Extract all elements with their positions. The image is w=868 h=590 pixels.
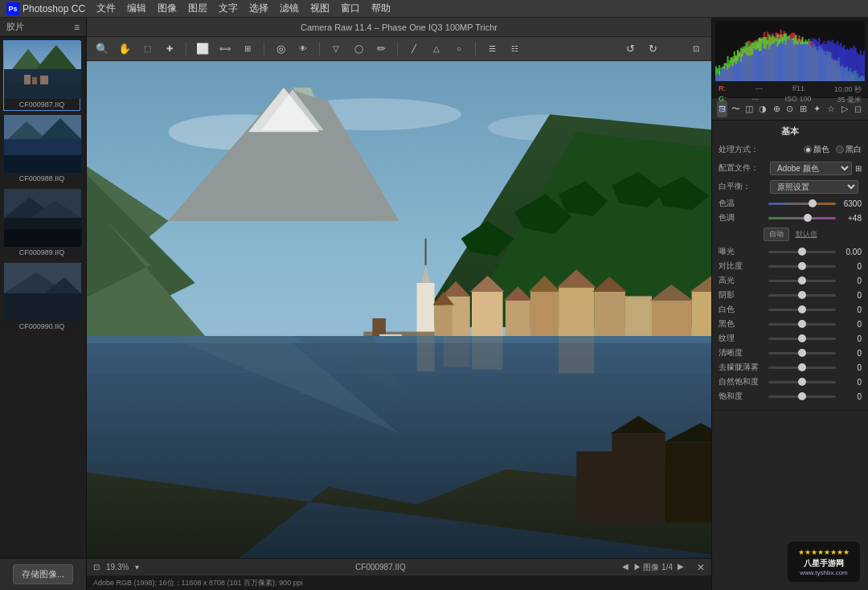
- filmstrip: 胶片 ≡: [0, 18, 87, 590]
- profile-select[interactable]: Adobe 颜色: [770, 162, 852, 175]
- title-bar: Camera Raw 11.4 – Phase One IQ3 100MP Tr…: [87, 18, 711, 37]
- menu-window[interactable]: 窗口: [341, 2, 360, 15]
- film-item-2[interactable]: CF000988.IIQ: [3, 114, 80, 185]
- slider-value-9: 0: [839, 378, 862, 387]
- spot-tool[interactable]: ◎: [272, 40, 289, 58]
- menu-image[interactable]: 图像: [158, 2, 177, 15]
- graduated-tool[interactable]: ▽: [327, 40, 345, 58]
- store-image-button[interactable]: 存储图像...: [13, 564, 73, 584]
- slider-thumb-2[interactable]: [798, 277, 806, 285]
- menu-filter[interactable]: 滤镜: [280, 2, 299, 15]
- slider-thumb-9[interactable]: [798, 378, 806, 386]
- rotate-right[interactable]: ↻: [644, 40, 661, 58]
- prev-image-btn[interactable]: ◀: [622, 562, 628, 573]
- filmstrip-menu-icon[interactable]: ≡: [74, 22, 80, 33]
- tint-label: 色调: [719, 212, 765, 223]
- svg-rect-61: [692, 292, 711, 336]
- film-item-3[interactable]: CF000989.IIQ: [3, 188, 80, 259]
- adjustment-brush[interactable]: ✏: [372, 40, 390, 58]
- bw-radio[interactable]: 黑白: [836, 144, 862, 155]
- wb-tool[interactable]: ⬚: [138, 40, 156, 58]
- title-text: Camera Raw 11.4 – Phase One IQ3 100MP Tr…: [301, 23, 497, 32]
- watermark: ★★★★★★★★ 八星手游网 www.tyshbx.com: [788, 542, 860, 582]
- tint-slider-track: [768, 217, 836, 219]
- menu-edit[interactable]: 编辑: [127, 2, 146, 15]
- film-item-4[interactable]: CF000990.IIQ: [3, 262, 80, 333]
- auto-button[interactable]: 自动: [764, 227, 789, 241]
- crop-tool[interactable]: ⬜: [194, 40, 211, 58]
- list-tool-2[interactable]: ☷: [506, 40, 523, 58]
- slider-thumb-4[interactable]: [798, 305, 806, 313]
- hist-r-value: ---: [755, 84, 763, 95]
- zoom-dropdown-arrow[interactable]: ▾: [135, 563, 139, 572]
- temp-slider-thumb[interactable]: [809, 199, 817, 207]
- slider-track-10: [768, 395, 836, 398]
- slider-track-6: [768, 338, 836, 340]
- menu-file[interactable]: 文件: [96, 2, 116, 15]
- slider-row-4: 白色0: [719, 304, 862, 315]
- svg-rect-17: [4, 229, 81, 247]
- info-bar: Adobe RGB (1998); 16位；11608 x 8708 (101 …: [87, 576, 711, 590]
- hist-f-value: f/11: [792, 84, 805, 95]
- filmstrip-header: 胶片 ≡: [0, 18, 86, 37]
- brush-tool[interactable]: ○: [450, 40, 468, 58]
- mask-tool[interactable]: △: [428, 40, 445, 58]
- toolbar-sep-3: [319, 42, 320, 56]
- default-button[interactable]: 默认值: [796, 229, 817, 240]
- slider-thumb-7[interactable]: [798, 349, 806, 357]
- slider-thumb-10[interactable]: [798, 392, 806, 400]
- slider-thumb-0[interactable]: [798, 248, 806, 256]
- sampler-tool[interactable]: ✚: [161, 40, 178, 58]
- slider-value-8: 0: [839, 363, 862, 372]
- center-area: Camera Raw 11.4 – Phase One IQ3 100MP Tr…: [87, 18, 711, 590]
- slider-thumb-3[interactable]: [798, 291, 806, 299]
- close-btn[interactable]: ✕: [697, 562, 705, 573]
- next-image-btn[interactable]: ▶: [678, 562, 684, 573]
- menu-select[interactable]: 选择: [249, 2, 268, 15]
- menu-help[interactable]: 帮助: [371, 2, 391, 15]
- slider-thumb-5[interactable]: [798, 320, 806, 328]
- slider-label-7: 清晰度: [719, 347, 765, 359]
- hist-shutter: 10.00 秒: [834, 84, 862, 95]
- film-thumb-2: [4, 115, 81, 173]
- fullscreen-btn[interactable]: ⊡: [687, 40, 705, 58]
- hand-tool[interactable]: ✋: [116, 40, 133, 58]
- main-photo: [87, 61, 711, 558]
- line-tool[interactable]: ╱: [405, 40, 423, 58]
- tint-slider-thumb[interactable]: [804, 214, 812, 222]
- transform-tool[interactable]: ⊞: [239, 40, 256, 58]
- histogram: R: --- f/11 10.00 秒 G: --- ISO 100 35 毫米…: [712, 18, 868, 98]
- redeye-tool[interactable]: 👁: [294, 40, 312, 58]
- slider-value-2: 0: [839, 277, 862, 285]
- svg-rect-81: [665, 443, 711, 522]
- process-label: 处理方式：: [719, 144, 767, 155]
- slider-row-9: 自然饱和度0: [719, 376, 862, 387]
- profile-browse-icon[interactable]: ⊞: [855, 164, 862, 173]
- bw-radio-dot: [836, 145, 844, 154]
- adjustment-sliders: 曝光0.00对比度0高光0阴影0白色0黑色0纹理0清晰度0去朦胧薄雾0自然饱和度…: [719, 246, 862, 402]
- wb-select[interactable]: 原照设置: [770, 180, 858, 194]
- svg-rect-73: [472, 336, 503, 370]
- slider-row-3: 阴影0: [719, 289, 862, 301]
- radial-tool[interactable]: ◯: [350, 40, 367, 58]
- film-item-1[interactable]: CF000987.IIQ: [3, 40, 80, 111]
- toolbar-sep-2: [264, 42, 264, 56]
- slider-thumb-8[interactable]: [798, 363, 806, 371]
- zoom-tool[interactable]: 🔍: [93, 40, 111, 58]
- slider-thumb-6[interactable]: [798, 334, 806, 342]
- svg-rect-54: [559, 287, 594, 336]
- menu-view[interactable]: 视图: [310, 2, 330, 15]
- slider-track-5: [768, 323, 836, 326]
- rotate-left[interactable]: ↺: [621, 40, 639, 58]
- slider-thumb-1[interactable]: [798, 262, 806, 270]
- temp-slider-track: [768, 203, 836, 205]
- slider-track-3: [768, 294, 836, 297]
- svg-rect-80: [612, 434, 665, 522]
- slider-label-1: 对比度: [719, 260, 765, 272]
- color-radio[interactable]: 颜色: [804, 144, 829, 155]
- straighten-tool[interactable]: ⟺: [216, 40, 234, 58]
- menu-text[interactable]: 文字: [219, 2, 238, 15]
- menu-layer[interactable]: 图层: [188, 2, 207, 15]
- list-tool-1[interactable]: ☰: [483, 40, 501, 58]
- slider-track-1: [768, 265, 836, 268]
